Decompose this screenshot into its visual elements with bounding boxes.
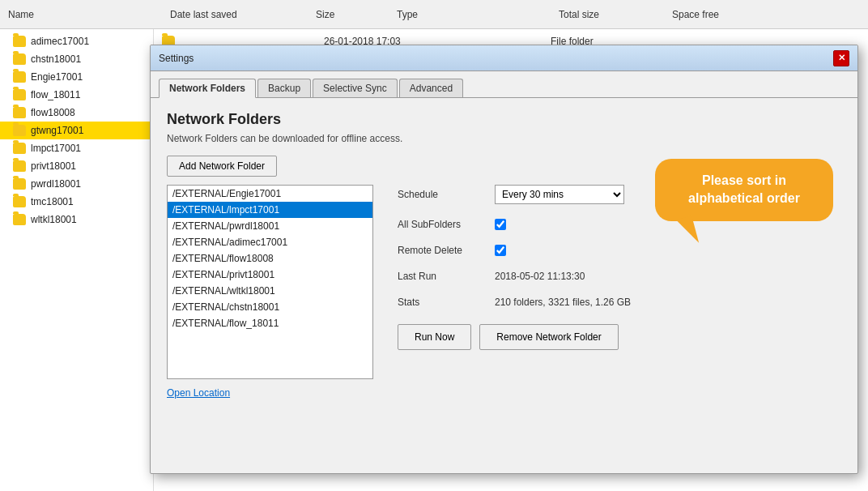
- open-location-link[interactable]: Open Location: [167, 387, 230, 399]
- remote-delete-row: Remote Delete: [398, 245, 833, 256]
- list-item[interactable]: /EXTERNAL/Engie17001: [168, 186, 372, 202]
- sidebar-item-label: tmc18001: [31, 196, 74, 207]
- tabs-bar: Network Folders Backup Selective Sync Ad…: [151, 71, 857, 98]
- folder-icon: [13, 214, 26, 225]
- add-network-folder-button[interactable]: Add Network Folder: [167, 156, 277, 177]
- list-item[interactable]: /EXTERNAL/pwrdl18001: [168, 218, 372, 234]
- sidebar-item-lmpct17001[interactable]: lmpct17001: [0, 139, 153, 157]
- schedule-label: Schedule: [398, 189, 495, 200]
- sidebar-item-label: chstn18001: [31, 53, 81, 65]
- remove-network-folder-button[interactable]: Remove Network Folder: [479, 324, 618, 350]
- remote-delete-checkbox[interactable]: [495, 245, 506, 256]
- last-run-label: Last Run: [398, 271, 495, 282]
- explorer-header: Name Date last saved Size Type Total siz…: [0, 0, 868, 29]
- remote-delete-label: Remote Delete: [398, 245, 495, 256]
- folder-icon: [13, 143, 26, 154]
- col-name: Name: [8, 9, 154, 20]
- dialog-content: Network Folders Network Folders can be d…: [151, 98, 857, 412]
- sidebar-item-tmc18001[interactable]: tmc18001: [0, 193, 153, 211]
- sidebar-item-label: pwrdl18001: [31, 178, 81, 190]
- list-item[interactable]: /EXTERNAL/flow18008: [168, 250, 372, 267]
- sidebar-item-label: lmpct17001: [31, 143, 81, 154]
- tab-network-folders[interactable]: Network Folders: [159, 79, 256, 98]
- last-run-row: Last Run 2018-05-02 11:13:30: [398, 271, 833, 282]
- folder-icon: [13, 125, 26, 136]
- list-item[interactable]: /EXTERNAL/adimec17001: [168, 234, 372, 250]
- tab-backup[interactable]: Backup: [257, 79, 311, 97]
- dialog-title: Settings: [159, 53, 194, 64]
- folder-list-container: /EXTERNAL/Engie17001 /EXTERNAL/lmpct1700…: [167, 185, 373, 399]
- list-item[interactable]: /EXTERNAL/chstn18001: [168, 299, 372, 315]
- folder-listbox[interactable]: /EXTERNAL/Engie17001 /EXTERNAL/lmpct1700…: [167, 185, 373, 379]
- action-buttons: Run Now Remove Network Folder: [398, 324, 833, 350]
- col-date: Date last saved: [170, 9, 300, 20]
- list-item[interactable]: /EXTERNAL/wltkl18001: [168, 283, 372, 299]
- folder-icon: [13, 178, 26, 190]
- sidebar-item-label: gtwng17001: [31, 125, 83, 136]
- sidebar-item-label: wltkl18001: [31, 214, 77, 225]
- close-button[interactable]: ✕: [833, 50, 849, 66]
- folder-icon: [13, 89, 26, 100]
- sidebar-item-flow18011[interactable]: flow_18011: [0, 86, 153, 104]
- sidebar-item-label: privt18001: [31, 160, 76, 172]
- col-type: Type: [397, 9, 542, 20]
- sidebar-item-label: flow18008: [31, 107, 75, 118]
- section-description: Network Folders can be downloaded for of…: [167, 133, 841, 144]
- folder-icon: [13, 160, 26, 172]
- sidebar-item-label: adimec17001: [31, 36, 89, 47]
- dialog-titlebar: Settings ✕: [151, 45, 857, 71]
- folder-icon: [13, 71, 26, 83]
- col-total: Total size: [559, 9, 656, 20]
- all-subfolders-label: All SubFolders: [398, 219, 495, 230]
- col-space: Space free: [672, 9, 737, 20]
- tab-advanced[interactable]: Advanced: [399, 79, 463, 97]
- settings-dialog: Settings ✕ Network Folders Backup Select…: [150, 45, 858, 474]
- sidebar-item-privt18001[interactable]: privt18001: [0, 157, 153, 175]
- folder-icon: [13, 196, 26, 207]
- sidebar-item-adimec17001[interactable]: adimec17001: [0, 32, 153, 50]
- all-subfolders-checkbox[interactable]: [495, 219, 506, 230]
- list-item[interactable]: /EXTERNAL/privt18001: [168, 267, 372, 283]
- col-size: Size: [316, 9, 381, 20]
- section-title: Network Folders: [167, 111, 841, 128]
- list-item[interactable]: /EXTERNAL/flow_18011: [168, 315, 372, 331]
- tab-selective-sync[interactable]: Selective Sync: [313, 79, 398, 97]
- sidebar-item-engie17001[interactable]: Engie17001: [0, 68, 153, 86]
- folder-icon: [13, 107, 26, 118]
- sidebar-item-wltkl18001[interactable]: wltkl18001: [0, 211, 153, 228]
- sidebar-item-label: flow_18011: [31, 89, 80, 100]
- sidebar-item-pwrdl18001[interactable]: pwrdl18001: [0, 175, 153, 193]
- speech-bubble: Please sort inalphabetical order: [655, 159, 833, 221]
- sidebar: adimec17001 chstn18001 Engie17001 flow_1…: [0, 29, 154, 491]
- folder-icon: [13, 36, 26, 47]
- sidebar-item-label: Engie17001: [31, 71, 83, 83]
- last-run-value: 2018-05-02 11:13:30: [495, 271, 585, 282]
- stats-value: 210 folders, 3321 files, 1.26 GB: [495, 297, 631, 308]
- list-item-selected[interactable]: /EXTERNAL/lmpct17001: [168, 202, 372, 218]
- folder-icon: [13, 53, 26, 65]
- sidebar-item-flow18008[interactable]: flow18008: [0, 104, 153, 122]
- run-now-button[interactable]: Run Now: [398, 324, 471, 350]
- stats-row: Stats 210 folders, 3321 files, 1.26 GB: [398, 297, 833, 308]
- speech-bubble-text: Please sort inalphabetical order: [688, 173, 800, 205]
- sidebar-item-gtwng17001[interactable]: gtwng17001: [0, 122, 153, 139]
- sidebar-item-chstn18001[interactable]: chstn18001: [0, 50, 153, 68]
- stats-label: Stats: [398, 297, 495, 308]
- schedule-select[interactable]: Every 15 mins Every 30 mins Every hour E…: [495, 185, 624, 204]
